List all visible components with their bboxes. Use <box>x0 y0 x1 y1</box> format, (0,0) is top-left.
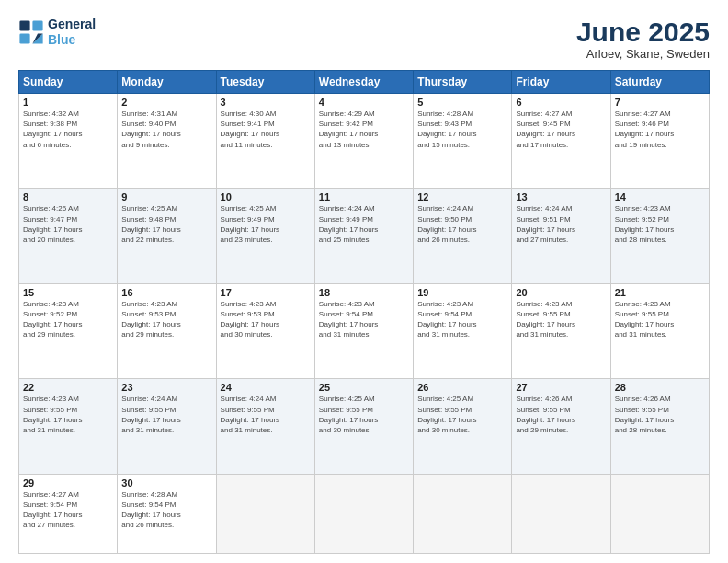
day-info: Sunrise: 4:29 AM Sunset: 9:42 PM Dayligh… <box>319 109 409 150</box>
svg-rect-2 <box>19 33 29 43</box>
day-info: Sunrise: 4:23 AM Sunset: 9:55 PM Dayligh… <box>615 299 705 340</box>
table-row: 21Sunrise: 4:23 AM Sunset: 9:55 PM Dayli… <box>610 283 709 378</box>
day-number: 16 <box>121 287 211 298</box>
day-info: Sunrise: 4:27 AM Sunset: 9:54 PM Dayligh… <box>23 489 113 531</box>
day-number: 19 <box>417 287 507 298</box>
logo-icon <box>18 19 44 45</box>
table-row: 4Sunrise: 4:29 AM Sunset: 9:42 PM Daylig… <box>314 94 413 189</box>
table-row: 13Sunrise: 4:24 AM Sunset: 9:51 PM Dayli… <box>512 189 610 283</box>
table-row: 2Sunrise: 4:31 AM Sunset: 9:40 PM Daylig… <box>118 94 216 189</box>
day-info: Sunrise: 4:28 AM Sunset: 9:43 PM Dayligh… <box>417 109 507 150</box>
header-friday: Friday <box>512 71 610 94</box>
header-sunday: Sunday <box>19 71 118 94</box>
calendar-week-row: 15Sunrise: 4:23 AM Sunset: 9:52 PM Dayli… <box>19 283 710 378</box>
table-row: 5Sunrise: 4:28 AM Sunset: 9:43 PM Daylig… <box>414 94 512 189</box>
day-number: 21 <box>615 287 705 298</box>
day-info: Sunrise: 4:28 AM Sunset: 9:54 PM Dayligh… <box>121 489 211 531</box>
day-info: Sunrise: 4:23 AM Sunset: 9:54 PM Dayligh… <box>417 299 507 340</box>
table-row: 24Sunrise: 4:24 AM Sunset: 9:55 PM Dayli… <box>216 379 314 474</box>
day-number: 27 <box>516 382 606 393</box>
logo-text: General Blue <box>48 17 96 48</box>
main-title: June 2025 <box>576 17 710 47</box>
table-row <box>414 474 512 553</box>
header-wednesday: Wednesday <box>314 71 413 94</box>
day-info: Sunrise: 4:25 AM Sunset: 9:48 PM Dayligh… <box>121 203 211 245</box>
day-number: 28 <box>615 382 705 393</box>
header-thursday: Thursday <box>414 71 512 94</box>
day-number: 26 <box>417 382 507 393</box>
table-row <box>610 474 709 553</box>
day-info: Sunrise: 4:27 AM Sunset: 9:45 PM Dayligh… <box>516 109 606 150</box>
day-info: Sunrise: 4:25 AM Sunset: 9:55 PM Dayligh… <box>417 394 507 435</box>
day-number: 14 <box>615 191 705 202</box>
day-info: Sunrise: 4:24 AM Sunset: 9:50 PM Dayligh… <box>417 203 507 245</box>
table-row: 19Sunrise: 4:23 AM Sunset: 9:54 PM Dayli… <box>414 283 512 378</box>
table-row: 6Sunrise: 4:27 AM Sunset: 9:45 PM Daylig… <box>512 94 610 189</box>
day-number: 6 <box>516 97 606 108</box>
table-row <box>216 474 314 553</box>
day-info: Sunrise: 4:23 AM Sunset: 9:55 PM Dayligh… <box>516 299 606 340</box>
day-info: Sunrise: 4:25 AM Sunset: 9:49 PM Dayligh… <box>221 203 311 245</box>
day-info: Sunrise: 4:26 AM Sunset: 9:55 PM Dayligh… <box>615 394 705 435</box>
day-number: 2 <box>121 97 211 108</box>
day-info: Sunrise: 4:23 AM Sunset: 9:52 PM Dayligh… <box>23 299 113 340</box>
calendar-table: Sunday Monday Tuesday Wednesday Thursday… <box>18 70 710 554</box>
logo: General Blue <box>18 17 96 48</box>
table-row: 8Sunrise: 4:26 AM Sunset: 9:47 PM Daylig… <box>19 189 118 283</box>
table-row: 14Sunrise: 4:23 AM Sunset: 9:52 PM Dayli… <box>610 189 709 283</box>
day-number: 5 <box>417 97 507 108</box>
day-info: Sunrise: 4:24 AM Sunset: 9:55 PM Dayligh… <box>221 394 311 435</box>
day-number: 18 <box>319 287 409 298</box>
table-row: 20Sunrise: 4:23 AM Sunset: 9:55 PM Dayli… <box>512 283 610 378</box>
table-row: 25Sunrise: 4:25 AM Sunset: 9:55 PM Dayli… <box>314 379 413 474</box>
table-row: 1Sunrise: 4:32 AM Sunset: 9:38 PM Daylig… <box>19 94 118 189</box>
day-number: 25 <box>319 382 409 393</box>
day-number: 22 <box>23 382 113 393</box>
day-number: 7 <box>615 97 705 108</box>
table-row <box>512 474 610 553</box>
day-number: 3 <box>221 97 311 108</box>
svg-rect-1 <box>32 20 42 30</box>
calendar-week-row: 8Sunrise: 4:26 AM Sunset: 9:47 PM Daylig… <box>19 189 710 283</box>
table-row: 18Sunrise: 4:23 AM Sunset: 9:54 PM Dayli… <box>314 283 413 378</box>
table-row: 17Sunrise: 4:23 AM Sunset: 9:53 PM Dayli… <box>216 283 314 378</box>
day-number: 15 <box>23 287 113 298</box>
day-number: 9 <box>121 191 211 202</box>
day-number: 20 <box>516 287 606 298</box>
day-number: 30 <box>121 477 211 488</box>
table-row: 3Sunrise: 4:30 AM Sunset: 9:41 PM Daylig… <box>216 94 314 189</box>
calendar-week-row: 22Sunrise: 4:23 AM Sunset: 9:55 PM Dayli… <box>19 379 710 474</box>
day-number: 11 <box>319 191 409 202</box>
table-row: 15Sunrise: 4:23 AM Sunset: 9:52 PM Dayli… <box>19 283 118 378</box>
day-info: Sunrise: 4:26 AM Sunset: 9:47 PM Dayligh… <box>23 203 113 245</box>
day-number: 4 <box>319 97 409 108</box>
day-number: 24 <box>221 382 311 393</box>
calendar-header-row: Sunday Monday Tuesday Wednesday Thursday… <box>19 71 710 94</box>
header-tuesday: Tuesday <box>216 71 314 94</box>
day-info: Sunrise: 4:24 AM Sunset: 9:51 PM Dayligh… <box>516 203 606 245</box>
calendar-week-row: 1Sunrise: 4:32 AM Sunset: 9:38 PM Daylig… <box>19 94 710 189</box>
table-row: 7Sunrise: 4:27 AM Sunset: 9:46 PM Daylig… <box>610 94 709 189</box>
svg-rect-0 <box>19 20 29 30</box>
header-monday: Monday <box>118 71 216 94</box>
day-info: Sunrise: 4:32 AM Sunset: 9:38 PM Dayligh… <box>23 109 113 150</box>
table-row: 29Sunrise: 4:27 AM Sunset: 9:54 PM Dayli… <box>19 474 118 553</box>
day-number: 17 <box>221 287 311 298</box>
table-row: 23Sunrise: 4:24 AM Sunset: 9:55 PM Dayli… <box>118 379 216 474</box>
table-row: 22Sunrise: 4:23 AM Sunset: 9:55 PM Dayli… <box>19 379 118 474</box>
day-info: Sunrise: 4:23 AM Sunset: 9:53 PM Dayligh… <box>121 299 211 340</box>
day-number: 1 <box>23 97 113 108</box>
title-block: June 2025 Arloev, Skane, Sweden <box>576 17 710 61</box>
day-number: 23 <box>121 382 211 393</box>
table-row: 28Sunrise: 4:26 AM Sunset: 9:55 PM Dayli… <box>610 379 709 474</box>
day-number: 10 <box>221 191 311 202</box>
table-row: 9Sunrise: 4:25 AM Sunset: 9:48 PM Daylig… <box>118 189 216 283</box>
table-row: 10Sunrise: 4:25 AM Sunset: 9:49 PM Dayli… <box>216 189 314 283</box>
header: General Blue June 2025 Arloev, Skane, Sw… <box>18 17 710 61</box>
day-info: Sunrise: 4:31 AM Sunset: 9:40 PM Dayligh… <box>121 109 211 150</box>
table-row <box>314 474 413 553</box>
table-row: 26Sunrise: 4:25 AM Sunset: 9:55 PM Dayli… <box>414 379 512 474</box>
day-info: Sunrise: 4:23 AM Sunset: 9:53 PM Dayligh… <box>221 299 311 340</box>
day-info: Sunrise: 4:23 AM Sunset: 9:54 PM Dayligh… <box>319 299 409 340</box>
day-number: 29 <box>23 477 113 488</box>
